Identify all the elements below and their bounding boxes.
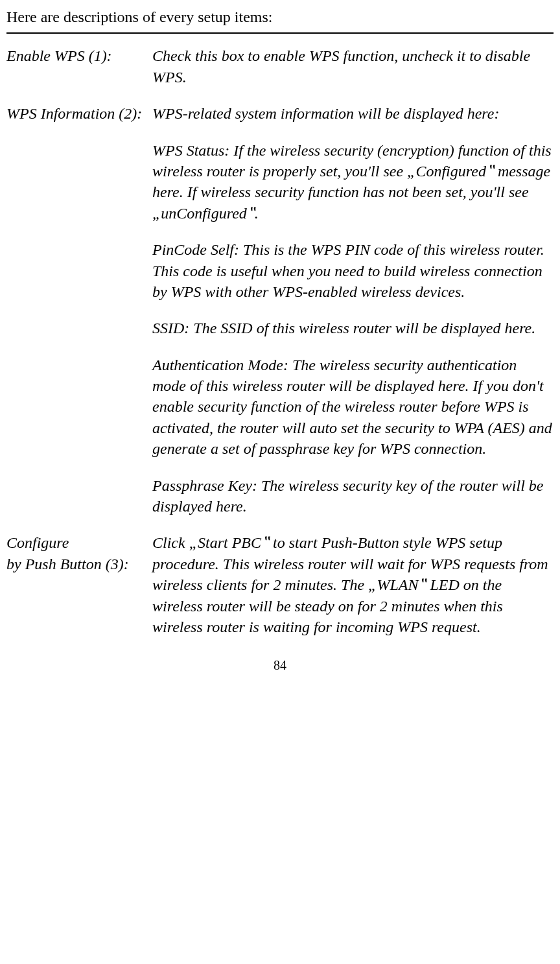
item-label: Configure by Push Button (3): bbox=[6, 532, 152, 637]
desc-paragraph: WPS-related system information will be d… bbox=[152, 103, 554, 124]
desc-paragraph: SSID: The SSID of this wireless router w… bbox=[152, 318, 554, 338]
item-description: Check this box to enable WPS function, u… bbox=[152, 45, 554, 88]
item-label: WPS Information (2): bbox=[6, 103, 152, 517]
setup-item-row: Enable WPS (1): Check this box to enable… bbox=[6, 45, 554, 88]
setup-item-row: WPS Information (2): WPS-related system … bbox=[6, 103, 554, 517]
setup-item-row: Configure by Push Button (3): Click „Sta… bbox=[6, 532, 554, 637]
desc-paragraph: Check this box to enable WPS function, u… bbox=[152, 45, 554, 88]
desc-paragraph: PinCode Self: This is the WPS PIN code o… bbox=[152, 239, 554, 302]
page-number: 84 bbox=[6, 657, 554, 674]
item-label: Enable WPS (1): bbox=[6, 45, 152, 88]
item-description: Click „Start PBC‟ to start Push-Button s… bbox=[152, 532, 554, 637]
desc-paragraph: WPS Status: If the wireless security (en… bbox=[152, 140, 554, 224]
divider-line bbox=[6, 32, 554, 34]
desc-paragraph: Passphrase Key: The wireless security ke… bbox=[152, 475, 554, 517]
desc-paragraph: Authentication Mode: The wireless securi… bbox=[152, 355, 554, 460]
intro-text: Here are descriptions of every setup ite… bbox=[6, 6, 554, 27]
desc-paragraph: Click „Start PBC‟ to start Push-Button s… bbox=[152, 532, 554, 637]
item-description: WPS-related system information will be d… bbox=[152, 103, 554, 517]
